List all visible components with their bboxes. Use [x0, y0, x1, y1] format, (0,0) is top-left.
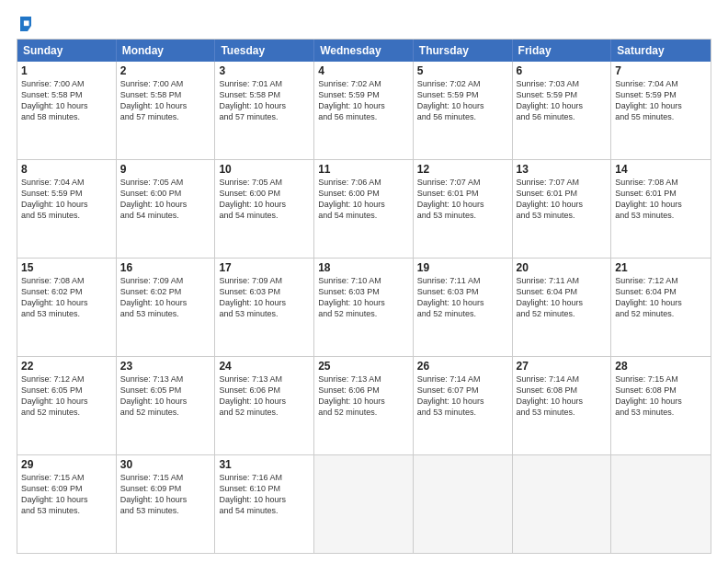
- day-info: Sunrise: 7:14 AM Sunset: 6:08 PM Dayligh…: [517, 373, 608, 419]
- day-info: Sunrise: 7:10 AM Sunset: 6:03 PM Dayligh…: [318, 275, 409, 320]
- day-cell-19: 19Sunrise: 7:11 AM Sunset: 6:03 PM Dayli…: [414, 259, 513, 356]
- day-number: 12: [417, 163, 508, 176]
- day-cell-15: 15Sunrise: 7:08 AM Sunset: 6:02 PM Dayli…: [17, 259, 117, 356]
- day-number: 22: [21, 360, 112, 373]
- day-cell-23: 23Sunrise: 7:13 AM Sunset: 6:05 PM Dayli…: [117, 357, 216, 454]
- day-info: Sunrise: 7:05 AM Sunset: 6:00 PM Dayligh…: [120, 177, 211, 222]
- week-row-2: 8Sunrise: 7:04 AM Sunset: 5:59 PM Daylig…: [17, 159, 711, 258]
- day-cell-4: 4Sunrise: 7:02 AM Sunset: 5:59 PM Daylig…: [314, 62, 414, 159]
- day-number: 21: [615, 261, 707, 274]
- day-cell-1: 1Sunrise: 7:00 AM Sunset: 5:58 PM Daylig…: [17, 62, 117, 159]
- day-info: Sunrise: 7:00 AM Sunset: 5:58 PM Dayligh…: [21, 78, 112, 123]
- day-info: Sunrise: 7:06 AM Sunset: 6:00 PM Dayligh…: [318, 177, 409, 222]
- day-info: Sunrise: 7:11 AM Sunset: 6:03 PM Dayligh…: [417, 275, 508, 320]
- day-number: 6: [517, 64, 608, 77]
- day-cell-27: 27Sunrise: 7:14 AM Sunset: 6:08 PM Dayli…: [513, 357, 612, 454]
- day-number: 29: [21, 458, 112, 471]
- logo-icon: [18, 17, 33, 31]
- day-info: Sunrise: 7:04 AM Sunset: 5:59 PM Dayligh…: [615, 78, 707, 123]
- day-cell-14: 14Sunrise: 7:08 AM Sunset: 6:01 PM Dayli…: [611, 160, 711, 258]
- empty-cell: [513, 455, 612, 553]
- day-number: 8: [21, 163, 112, 176]
- day-cell-13: 13Sunrise: 7:07 AM Sunset: 6:01 PM Dayli…: [513, 160, 612, 258]
- day-info: Sunrise: 7:13 AM Sunset: 6:06 PM Dayligh…: [219, 373, 310, 419]
- day-number: 26: [417, 360, 508, 373]
- calendar-header: SundayMondayTuesdayWednesdayThursdayFrid…: [17, 40, 711, 62]
- day-cell-8: 8Sunrise: 7:04 AM Sunset: 5:59 PM Daylig…: [17, 160, 117, 258]
- day-cell-30: 30Sunrise: 7:15 AM Sunset: 6:09 PM Dayli…: [117, 455, 216, 553]
- day-number: 16: [120, 261, 211, 274]
- day-info: Sunrise: 7:16 AM Sunset: 6:10 PM Dayligh…: [219, 472, 310, 517]
- header-cell-sunday: Sunday: [17, 40, 117, 62]
- day-info: Sunrise: 7:04 AM Sunset: 5:59 PM Dayligh…: [21, 177, 112, 222]
- day-number: 2: [120, 64, 211, 77]
- day-info: Sunrise: 7:09 AM Sunset: 6:03 PM Dayligh…: [219, 275, 310, 320]
- day-info: Sunrise: 7:13 AM Sunset: 6:06 PM Dayligh…: [318, 373, 409, 419]
- day-info: Sunrise: 7:08 AM Sunset: 6:01 PM Dayligh…: [615, 177, 707, 222]
- day-info: Sunrise: 7:15 AM Sunset: 6:08 PM Dayligh…: [615, 373, 707, 419]
- day-cell-25: 25Sunrise: 7:13 AM Sunset: 6:06 PM Dayli…: [314, 357, 414, 454]
- day-number: 30: [120, 458, 211, 471]
- day-number: 10: [219, 163, 310, 176]
- day-info: Sunrise: 7:12 AM Sunset: 6:05 PM Dayligh…: [21, 373, 112, 419]
- day-cell-29: 29Sunrise: 7:15 AM Sunset: 6:09 PM Dayli…: [17, 455, 117, 553]
- day-info: Sunrise: 7:14 AM Sunset: 6:07 PM Dayligh…: [417, 373, 508, 419]
- day-number: 17: [219, 261, 310, 274]
- day-cell-22: 22Sunrise: 7:12 AM Sunset: 6:05 PM Dayli…: [17, 357, 117, 454]
- logo: [17, 17, 33, 31]
- day-number: 18: [318, 261, 409, 274]
- day-number: 20: [517, 261, 608, 274]
- calendar: SundayMondayTuesdayWednesdayThursdayFrid…: [17, 39, 711, 554]
- day-number: 23: [120, 360, 211, 373]
- day-cell-18: 18Sunrise: 7:10 AM Sunset: 6:03 PM Dayli…: [314, 259, 414, 356]
- week-row-4: 22Sunrise: 7:12 AM Sunset: 6:05 PM Dayli…: [17, 356, 711, 454]
- day-cell-21: 21Sunrise: 7:12 AM Sunset: 6:04 PM Dayli…: [611, 259, 711, 356]
- empty-cell: [314, 455, 414, 553]
- day-info: Sunrise: 7:03 AM Sunset: 5:59 PM Dayligh…: [517, 78, 608, 123]
- day-info: Sunrise: 7:07 AM Sunset: 6:01 PM Dayligh…: [417, 177, 508, 222]
- day-cell-9: 9Sunrise: 7:05 AM Sunset: 6:00 PM Daylig…: [117, 160, 216, 258]
- day-cell-3: 3Sunrise: 7:01 AM Sunset: 5:58 PM Daylig…: [215, 62, 314, 159]
- header: [17, 17, 711, 31]
- day-cell-26: 26Sunrise: 7:14 AM Sunset: 6:07 PM Dayli…: [414, 357, 513, 454]
- day-number: 9: [120, 163, 211, 176]
- day-info: Sunrise: 7:15 AM Sunset: 6:09 PM Dayligh…: [21, 472, 112, 517]
- header-cell-thursday: Thursday: [414, 40, 513, 62]
- day-number: 19: [417, 261, 508, 274]
- day-info: Sunrise: 7:01 AM Sunset: 5:58 PM Dayligh…: [219, 78, 310, 123]
- day-number: 11: [318, 163, 409, 176]
- day-number: 14: [615, 163, 707, 176]
- header-cell-monday: Monday: [117, 40, 216, 62]
- day-number: 24: [219, 360, 310, 373]
- day-info: Sunrise: 7:02 AM Sunset: 5:59 PM Dayligh…: [318, 78, 409, 123]
- day-cell-5: 5Sunrise: 7:02 AM Sunset: 5:59 PM Daylig…: [414, 62, 513, 159]
- day-number: 25: [318, 360, 409, 373]
- header-cell-tuesday: Tuesday: [215, 40, 314, 62]
- day-number: 1: [21, 64, 112, 77]
- header-cell-friday: Friday: [513, 40, 612, 62]
- day-info: Sunrise: 7:08 AM Sunset: 6:02 PM Dayligh…: [21, 275, 112, 320]
- day-info: Sunrise: 7:02 AM Sunset: 5:59 PM Dayligh…: [417, 78, 508, 123]
- day-info: Sunrise: 7:07 AM Sunset: 6:01 PM Dayligh…: [517, 177, 608, 222]
- week-row-3: 15Sunrise: 7:08 AM Sunset: 6:02 PM Dayli…: [17, 258, 711, 356]
- day-number: 4: [318, 64, 409, 77]
- day-number: 5: [417, 64, 508, 77]
- day-number: 15: [21, 261, 112, 274]
- week-row-5: 29Sunrise: 7:15 AM Sunset: 6:09 PM Dayli…: [17, 454, 711, 553]
- day-cell-7: 7Sunrise: 7:04 AM Sunset: 5:59 PM Daylig…: [611, 62, 711, 159]
- day-info: Sunrise: 7:11 AM Sunset: 6:04 PM Dayligh…: [517, 275, 608, 320]
- day-number: 31: [219, 458, 310, 471]
- day-cell-31: 31Sunrise: 7:16 AM Sunset: 6:10 PM Dayli…: [215, 455, 314, 553]
- day-info: Sunrise: 7:13 AM Sunset: 6:05 PM Dayligh…: [120, 373, 211, 419]
- day-number: 3: [219, 64, 310, 77]
- day-cell-17: 17Sunrise: 7:09 AM Sunset: 6:03 PM Dayli…: [215, 259, 314, 356]
- day-cell-10: 10Sunrise: 7:05 AM Sunset: 6:00 PM Dayli…: [215, 160, 314, 258]
- day-cell-16: 16Sunrise: 7:09 AM Sunset: 6:02 PM Dayli…: [117, 259, 216, 356]
- day-number: 27: [517, 360, 608, 373]
- day-cell-28: 28Sunrise: 7:15 AM Sunset: 6:08 PM Dayli…: [611, 357, 711, 454]
- day-number: 28: [615, 360, 707, 373]
- day-info: Sunrise: 7:15 AM Sunset: 6:09 PM Dayligh…: [120, 472, 211, 517]
- day-cell-6: 6Sunrise: 7:03 AM Sunset: 5:59 PM Daylig…: [513, 62, 612, 159]
- day-cell-2: 2Sunrise: 7:00 AM Sunset: 5:58 PM Daylig…: [117, 62, 216, 159]
- page: SundayMondayTuesdayWednesdayThursdayFrid…: [0, 0, 728, 563]
